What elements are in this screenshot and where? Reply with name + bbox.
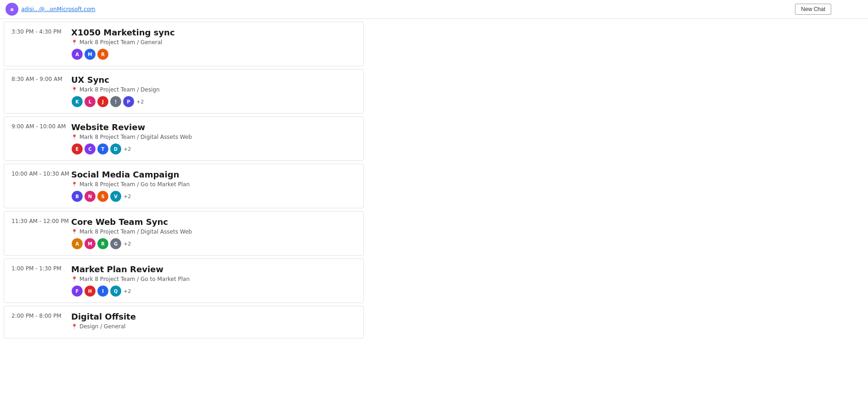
location-icon: 📍 (71, 229, 78, 235)
location-text: Mark 8 Project Team / Design (79, 86, 160, 93)
participants-row: ECTD+2 (71, 143, 356, 155)
participant-avatar: ! (110, 96, 122, 108)
location-text: Design / General (79, 323, 125, 330)
meeting-location: 📍Mark 8 Project Team / Go to Market Plan (71, 276, 356, 282)
meeting-time: 10:00 AM - 10:30 AM (11, 170, 71, 177)
meeting-time: 11:30 AM - 12:00 PM (11, 217, 71, 224)
meeting-location: 📍Mark 8 Project Team / Digital Assets We… (71, 134, 356, 140)
meeting-card[interactable]: 10:00 AM - 10:30 AMSocial Media Campaign… (4, 164, 364, 208)
participant-avatar: V (110, 190, 122, 202)
extra-participants-count: +2 (124, 146, 131, 152)
extra-participants-count: +2 (124, 194, 131, 200)
participant-avatar: A (71, 238, 83, 250)
meeting-title: Core Web Team Sync (71, 217, 356, 227)
location-icon: 📍 (71, 134, 78, 140)
meeting-card[interactable]: 8:30 AM - 9:00 AMUX Sync📍Mark 8 Project … (4, 69, 364, 114)
participant-avatar: T (97, 143, 109, 155)
location-icon: 📍 (71, 324, 78, 330)
participant-avatar: D (110, 143, 122, 155)
participant-avatar: M (84, 238, 96, 250)
participant-avatar: G (110, 238, 122, 250)
meeting-location: 📍Mark 8 Project Team / Digital Assets We… (71, 229, 356, 235)
participant-avatar: N (84, 190, 96, 202)
meeting-time: 1:00 PM - 1:30 PM (11, 264, 71, 272)
participant-avatar: R (97, 48, 109, 60)
participant-avatar: J (97, 96, 109, 108)
participants-row: AMR (71, 48, 356, 60)
meeting-title: Social Media Campaign (71, 170, 356, 179)
participants-row: KLJ!P+2 (71, 96, 356, 108)
meeting-time: 2:00 PM - 8:00 PM (11, 312, 71, 319)
location-icon: 📍 (71, 182, 78, 188)
participant-avatar: Q (110, 285, 122, 297)
meeting-location: 📍Mark 8 Project Team / Go to Market Plan (71, 181, 356, 188)
meeting-location: 📍Mark 8 Project Team / Design (71, 86, 356, 93)
participants-row: BNSV+2 (71, 190, 356, 202)
meeting-card[interactable]: 3:30 PM - 4:30 PMX1050 Marketing sync📍Ma… (4, 22, 364, 66)
meeting-time: 8:30 AM - 9:00 AM (11, 75, 71, 82)
participants-row: FHIQ+2 (71, 285, 356, 297)
participant-avatar: F (71, 285, 83, 297)
new-chat-button[interactable]: New Chat (795, 4, 831, 15)
location-icon: 📍 (71, 87, 78, 93)
participant-avatar: K (71, 96, 83, 108)
extra-participants-count: +2 (136, 99, 144, 105)
participant-avatar: A (71, 48, 83, 60)
extra-participants-count: +2 (124, 241, 131, 247)
participants-row: AMRG+2 (71, 238, 356, 250)
meeting-location: 📍Mark 8 Project Team / General (71, 39, 356, 46)
meeting-title: Digital Offsite (71, 312, 356, 321)
location-text: Mark 8 Project Team / Digital Assets Web (79, 134, 192, 140)
participant-avatar: M (84, 48, 96, 60)
location-icon: 📍 (71, 276, 78, 282)
location-text: Mark 8 Project Team / Digital Assets Web (79, 229, 192, 235)
extra-participants-count: +2 (124, 288, 131, 294)
meeting-card[interactable]: 1:00 PM - 1:30 PMMarket Plan Review📍Mark… (4, 258, 364, 303)
meeting-card[interactable]: 9:00 AM - 10:00 AMWebsite Review📍Mark 8 … (4, 116, 364, 161)
meetings-list: 3:30 PM - 4:30 PMX1050 Marketing sync📍Ma… (0, 22, 367, 350)
participant-avatar: I (97, 285, 109, 297)
meeting-title: X1050 Marketing sync (71, 28, 356, 37)
location-icon: 📍 (71, 40, 78, 46)
participant-avatar: C (84, 143, 96, 155)
participant-avatar: H (84, 285, 96, 297)
location-text: Mark 8 Project Team / Go to Market Plan (79, 276, 190, 282)
meeting-time: 3:30 PM - 4:30 PM (11, 28, 71, 35)
location-text: Mark 8 Project Team / Go to Market Plan (79, 181, 190, 188)
meeting-location: 📍Design / General (71, 323, 356, 330)
meeting-title: Market Plan Review (71, 264, 356, 274)
participant-avatar: R (97, 238, 109, 250)
participant-avatar: P (123, 96, 135, 108)
participant-avatar: E (71, 143, 83, 155)
meeting-card[interactable]: 11:30 AM - 12:00 PMCore Web Team Sync📍Ma… (4, 211, 364, 256)
participant-avatar: B (71, 190, 83, 202)
meeting-title: UX Sync (71, 75, 356, 85)
meeting-title: Website Review (71, 122, 356, 132)
avatar-initials: a (10, 6, 13, 12)
meeting-card[interactable]: 2:00 PM - 8:00 PMDigital Offsite📍Design … (4, 306, 364, 338)
participant-avatar: L (84, 96, 96, 108)
user-email[interactable]: adisi...@...onMicrosoft.com (21, 6, 96, 12)
participant-avatar: S (97, 190, 109, 202)
user-avatar[interactable]: a (6, 3, 18, 16)
location-text: Mark 8 Project Team / General (79, 39, 162, 46)
meeting-time: 9:00 AM - 10:00 AM (11, 122, 71, 130)
top-bar: a adisi...@...onMicrosoft.com New Chat (0, 0, 868, 19)
